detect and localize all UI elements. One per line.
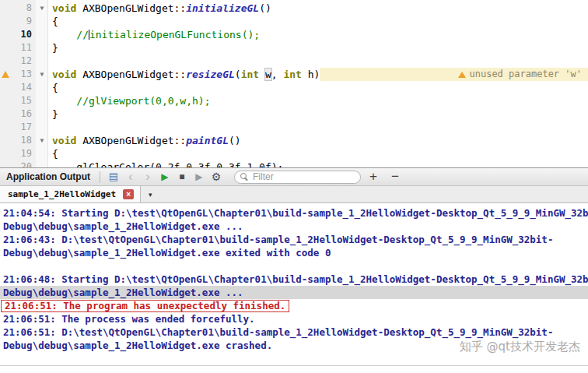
code-segment: ( <box>235 69 241 80</box>
inline-annotation: unused parameter 'w' <box>320 68 588 81</box>
warning-icon <box>458 72 466 78</box>
code-segment: AXBOpenGLWidget <box>82 2 173 14</box>
code-segment: , <box>271 69 284 80</box>
output-line[interactable]: 21:04:54: Starting D:\test\QtOpenGL\Chap… <box>0 206 588 220</box>
code-segment: :: <box>174 2 187 14</box>
previous-item-icon[interactable]: ‹ <box>122 168 139 185</box>
marker-gutter-cell[interactable] <box>0 107 11 121</box>
code-text: } <box>48 41 58 55</box>
marker-gutter-cell[interactable] <box>0 28 11 41</box>
line-number[interactable]: 15 <box>11 94 36 107</box>
code-segment: void <box>52 69 82 80</box>
editor-line[interactable]: 18▼void AXBOpenGLWidget::paintGL() <box>0 134 588 147</box>
filter-settings-icon[interactable]: ⚙ <box>208 168 225 185</box>
marker-gutter-cell[interactable] <box>0 94 11 107</box>
marker-gutter-cell[interactable] <box>0 121 11 134</box>
marker-gutter-cell[interactable] <box>0 134 11 147</box>
editor-line[interactable]: 8▼void AXBOpenGLWidget::initializeGL() <box>0 2 588 15</box>
editor-line[interactable]: 9{ <box>0 15 588 28</box>
editor-line[interactable]: 11} <box>0 41 588 55</box>
editor-line[interactable]: 14{ <box>0 81 588 94</box>
editor-line[interactable]: 17 <box>0 121 588 134</box>
fold-icon[interactable]: ▼ <box>36 134 48 147</box>
line-number[interactable]: 18 <box>11 134 36 147</box>
editor-line[interactable]: 19{ <box>0 147 588 160</box>
editor-line-fill <box>58 41 588 55</box>
chevron-down-icon[interactable]: ▾ <box>149 191 152 199</box>
code-segment: } <box>52 108 58 120</box>
stop-icon[interactable]: ■ <box>173 168 191 185</box>
code-text: } <box>48 107 58 121</box>
toolbar-icons: ▤‹›▶■▶⚙ <box>105 168 225 185</box>
line-number[interactable]: 16 <box>11 107 36 121</box>
editor-rows: 8▼void AXBOpenGLWidget::initializeGL()9{… <box>0 0 588 167</box>
line-number[interactable]: 14 <box>11 81 36 94</box>
output-line[interactable]: 21:06:48: Starting D:\test\QtOpenGL\Chap… <box>0 273 588 286</box>
code-segment: resizeGL <box>186 69 235 80</box>
line-number[interactable]: 17 <box>11 121 36 134</box>
code-segment: // <box>52 29 89 40</box>
warning-marker[interactable] <box>0 68 11 81</box>
code-segment: int <box>241 69 259 80</box>
code-segment: void <box>52 135 82 146</box>
line-number[interactable]: 12 <box>11 55 36 68</box>
code-segment: int <box>283 69 301 80</box>
next-item-icon[interactable]: › <box>139 168 156 185</box>
fold-gutter-cell <box>36 160 48 167</box>
fold-icon[interactable]: ▼ <box>36 2 48 15</box>
output-line[interactable]: 21:06:51: The program has unexpectedly f… <box>0 299 588 312</box>
line-number[interactable]: 9 <box>11 15 36 28</box>
line-number[interactable]: 20 <box>11 160 36 167</box>
output-line[interactable]: 21:06:51: The process was ended forceful… <box>0 312 588 325</box>
maximize-pane-button[interactable]: + <box>364 168 383 185</box>
output-line[interactable]: Debug\debug\sample_1_2HelloWidget.exe ..… <box>0 220 588 233</box>
editor-line[interactable]: 15 //glViewport(0,0,w,h); <box>0 94 588 107</box>
filter-input[interactable] <box>253 171 355 182</box>
code-segment: AXBOpenGLWidget <box>82 69 173 80</box>
filter-box[interactable] <box>234 171 361 184</box>
output-line[interactable]: 21:06:51: D:\test\QtOpenGL\Chapter01\bui… <box>0 325 588 339</box>
line-number[interactable]: 10 <box>11 28 36 41</box>
output-line[interactable]: 21:06:43: D:\test\QtOpenGL\Chapter01\bui… <box>0 233 588 246</box>
output-line[interactable]: Debug\debug\sample_1_2HelloWidget.exe ..… <box>0 286 588 299</box>
output-line[interactable]: Debug\debug\sample_1_2HelloWidget.exe ex… <box>0 246 588 259</box>
marker-gutter-cell[interactable] <box>0 81 11 94</box>
output-pane-title[interactable]: Application Output <box>0 171 100 182</box>
close-icon[interactable]: × <box>123 189 134 199</box>
open-output-in-editor-icon[interactable]: ▤ <box>105 168 122 185</box>
attach-debugger-icon[interactable]: ▶ <box>191 168 208 185</box>
editor-line[interactable]: 20 glClearColor(0.2f,0.3f,0.3f,1.0f); <box>0 160 588 167</box>
editor-line[interactable]: 12 <box>0 55 588 68</box>
editor-line-fill <box>260 28 588 41</box>
output-tab[interactable]: sample_1_2HelloWidget × <box>0 186 141 202</box>
output-line[interactable] <box>0 259 588 273</box>
line-number[interactable]: 13 <box>11 68 36 81</box>
minimize-pane-button[interactable]: − <box>386 168 404 185</box>
marker-gutter-cell[interactable] <box>0 147 11 160</box>
editor-line-fill <box>241 134 588 147</box>
line-number[interactable]: 19 <box>11 147 36 160</box>
marker-gutter-cell[interactable] <box>0 160 11 167</box>
fold-icon[interactable]: ▼ <box>36 68 48 81</box>
editor-line-fill <box>52 55 588 68</box>
marker-gutter-cell[interactable] <box>0 15 11 28</box>
marker-gutter-cell[interactable] <box>0 55 11 68</box>
code-text: { <box>48 147 58 160</box>
run-icon[interactable]: ▶ <box>156 168 173 185</box>
code-editor[interactable]: 8▼void AXBOpenGLWidget::initializeGL()9{… <box>0 0 588 167</box>
code-text: void AXBOpenGLWidget::resizeGL(int w, in… <box>48 68 320 81</box>
fold-gutter-cell <box>36 28 48 41</box>
editor-line[interactable]: 16} <box>0 107 588 121</box>
output-tab-row: sample_1_2HelloWidget × ▾ <box>0 186 588 203</box>
code-text: void AXBOpenGLWidget::initializeGL() <box>48 2 271 15</box>
line-number[interactable]: 8 <box>11 2 36 15</box>
code-segment: { <box>52 148 58 160</box>
code-segment <box>259 69 265 80</box>
marker-gutter-cell[interactable] <box>0 2 11 15</box>
editor-line[interactable]: 10 //initializeOpenGLFunctions(); <box>0 28 588 41</box>
line-number[interactable]: 11 <box>11 41 36 55</box>
marker-gutter-cell[interactable] <box>0 41 11 55</box>
editor-line[interactable]: 13▼void AXBOpenGLWidget::resizeGL(int w,… <box>0 68 588 81</box>
fold-gutter-cell <box>36 55 48 68</box>
code-segment: :: <box>174 135 187 146</box>
